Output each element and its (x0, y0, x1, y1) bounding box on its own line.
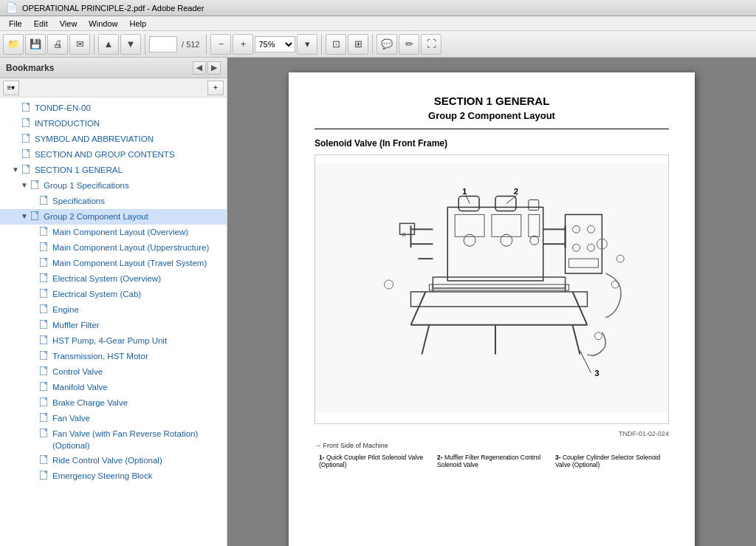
tree-item-transmission[interactable]: Transmission, HST Motor (0, 349, 227, 364)
tree-label: SECTION AND GROUP CONTENTS (35, 149, 175, 160)
tree-item-group1[interactable]: ▼ Group 1 Specifications (0, 178, 227, 194)
bookmark-icon-fan-reverse (40, 429, 50, 440)
bookmark-icon-section1 (22, 165, 32, 177)
tree-item-fan[interactable]: Fan Valve (0, 411, 227, 426)
tree-item-hst[interactable]: HST Pump, 4-Gear Pump Unit (0, 333, 227, 349)
bookmark-options-button[interactable]: ≡▾ (3, 81, 19, 95)
bookmark-icon-muffler (40, 320, 50, 332)
bookmark-icon-engine (40, 304, 50, 316)
tree-item-muffler[interactable]: Muffler Filter (0, 318, 227, 333)
title-bar: 📄 OPERATIONAL PRINCIPLE-2.pdf - Adobe Re… (0, 0, 756, 16)
page-total: / 512 (179, 40, 202, 49)
collapse-sidebar-button[interactable]: ◀ (193, 61, 206, 75)
legend-item-1: 1- Quick Coupler Pilot Solenoid Valve (O… (315, 452, 433, 470)
tree-label: Engine (52, 304, 79, 315)
page-number-input[interactable]: 34 (149, 36, 177, 52)
tree-item-section1[interactable]: ▼ SECTION 1 GENERAL (0, 163, 227, 178)
tree-item-brake[interactable]: Brake Charge Valve (0, 395, 227, 411)
tree-label: Electrical System (Overview) (52, 273, 161, 284)
tree-label: Ride Control Valve (Optional) (52, 454, 162, 466)
zoom-select[interactable]: 50% 75% 100% 125% 150% 200% (255, 36, 295, 52)
tree-item-main-travel[interactable]: Main Component Layout (Travel System) (0, 256, 227, 271)
tree-label: Muffler Filter (52, 319, 100, 331)
legend-num-1: 1- (319, 454, 325, 461)
bookmark-icon-specs (40, 196, 50, 208)
menu-edit[interactable]: Edit (28, 18, 54, 30)
diagram-svg: 1 2 3 a· (315, 155, 668, 421)
tree-item-intro[interactable]: INTRODUCTION (0, 116, 227, 132)
tree-item-emergency-steering[interactable]: Emergency Steering Block (0, 468, 227, 484)
bookmark-icon-emergency-steering (40, 471, 50, 482)
tree-label: Fan Valve (with Fan Reverse Rotation)(Op… (52, 428, 224, 451)
prev-page-button[interactable]: ▲ (98, 34, 119, 55)
tree-item-section-group[interactable]: SECTION AND GROUP CONTENTS (0, 147, 227, 163)
legend-text-3: Coupler Cylinder Selector Solenoid Valve… (555, 454, 660, 468)
tree-item-manifold[interactable]: Manifold Valve (0, 380, 227, 395)
bookmark-icon-section-group (22, 149, 32, 161)
tree-label: Fan Valve (52, 412, 90, 424)
comment-button[interactable]: 💬 (377, 34, 397, 55)
diagram-ref: TNDF-01-02-024 (315, 430, 669, 437)
sep3 (206, 34, 207, 55)
menu-file[interactable]: File (3, 18, 28, 30)
zoom-in-button[interactable]: + (233, 34, 253, 55)
fit-page-button[interactable]: ⊡ (326, 34, 346, 55)
bookmark-icon-brake (40, 397, 50, 409)
tree-label: Group 1 Specifications (44, 180, 129, 191)
bookmark-icon-symbol (22, 134, 32, 146)
tree-item-specs[interactable]: Specifications (0, 194, 227, 209)
tree-label: Brake Charge Valve (52, 397, 128, 409)
sidebar-options-button[interactable]: ▶ (207, 61, 221, 75)
tree-label: HST Pump, 4-Gear Pump Unit (52, 335, 167, 347)
tree-item-elec-overview[interactable]: Electrical System (Overview) (0, 271, 227, 287)
tree-label: Specifications (52, 195, 105, 207)
tree-item-control[interactable]: Control Valve (0, 364, 227, 380)
fullscreen-button[interactable]: ⛶ (421, 34, 441, 55)
expand-icon-section1: ▼ (12, 165, 21, 175)
fit-width-button[interactable]: ⊞ (348, 34, 368, 55)
save-button[interactable]: 💾 (25, 34, 46, 55)
expand-icon-group1: ▼ (21, 180, 30, 191)
sep1 (94, 34, 94, 55)
arrow-note: → Front Side of Machine (315, 442, 669, 449)
sidebar: Bookmarks ◀ ▶ ≡▾ + TONDF-EN-00 (0, 58, 227, 546)
tree-item-tondf[interactable]: TONDF-EN-00 (0, 100, 227, 116)
tree-item-symbol[interactable]: SYMBOL AND ABBREVIATION (0, 132, 227, 147)
email-button[interactable]: ✉ (69, 34, 90, 55)
tree-item-main-upper[interactable]: Main Component Layout (Upperstructure) (0, 240, 227, 256)
markup-button[interactable]: ✏ (399, 34, 419, 55)
legend-text-2: Muffler Filter Regeneration Control Sole… (437, 454, 540, 468)
bookmark-icon-main-upper (40, 242, 50, 254)
tree-label: INTRODUCTION (35, 117, 100, 129)
content-area[interactable]: SECTION 1 GENERAL Group 2 Component Layo… (227, 58, 756, 546)
menu-help[interactable]: Help (123, 18, 152, 30)
tree-item-ride-control[interactable]: Ride Control Valve (Optional) (0, 453, 227, 468)
svg-text:3: 3 (594, 369, 599, 378)
tree-label: Transmission, HST Motor (52, 350, 148, 362)
tree-item-elec-cab[interactable]: Electrical System (Cab) (0, 287, 227, 302)
tree-label: SECTION 1 GENERAL (35, 164, 123, 176)
menu-window[interactable]: Window (83, 18, 123, 30)
tree-item-group2[interactable]: ▼ Group 2 Component Layout (0, 209, 227, 225)
bookmark-icon-tondf (22, 103, 32, 115)
legend-num-3: 3- (555, 454, 561, 461)
legend-item-2: 2- Muffler Filter Regeneration Control S… (433, 452, 551, 470)
tree-item-fan-reverse[interactable]: Fan Valve (with Fan Reverse Rotation)(Op… (0, 426, 227, 453)
bookmark-icon-manifold (40, 382, 50, 394)
next-page-button[interactable]: ▼ (120, 34, 141, 55)
tree-label: Emergency Steering Block (52, 470, 153, 482)
svg-text:a·: a· (402, 231, 408, 238)
bookmark-icon-main-travel (40, 258, 50, 270)
sidebar-header: Bookmarks ◀ ▶ (0, 58, 227, 78)
add-bookmark-button[interactable]: + (207, 81, 224, 95)
print-button[interactable]: 🖨 (47, 34, 68, 55)
open-button[interactable]: 📁 (3, 34, 24, 55)
zoom-dropdown-button[interactable]: ▾ (297, 34, 317, 55)
tree-item-engine[interactable]: Engine (0, 302, 227, 318)
menu-view[interactable]: View (54, 18, 83, 30)
zoom-out-button[interactable]: − (210, 34, 231, 55)
legend-num-2: 2- (437, 454, 443, 461)
tree-item-main-overview[interactable]: Main Component Layout (Overview) (0, 225, 227, 240)
bookmark-icon-elec-overview (40, 273, 50, 285)
pdf-divider (315, 129, 669, 129)
